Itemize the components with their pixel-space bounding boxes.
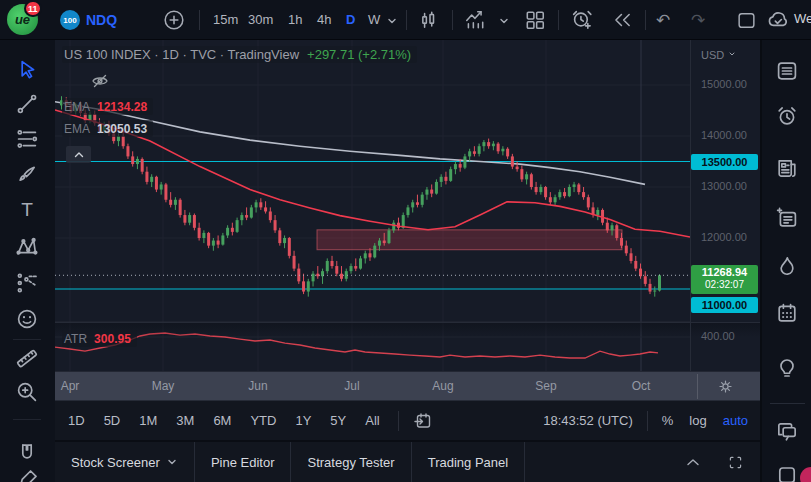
separator — [645, 10, 646, 30]
ema-fast-legend-row[interactable]: EMA12134.28 — [62, 99, 153, 114]
month-label: Jul — [337, 379, 367, 393]
emoji-tool-icon[interactable] — [15, 307, 39, 331]
notification-count-badge[interactable]: 11 — [24, 0, 42, 17]
cloud-saved-icon[interactable] — [766, 8, 790, 32]
magnet-tool-icon[interactable] — [15, 441, 39, 465]
layout-grid-icon[interactable] — [524, 9, 546, 31]
indicators-dropdown-chevron-icon[interactable] — [498, 15, 510, 27]
redo-icon[interactable]: ↷ — [691, 0, 705, 40]
ideas-lightbulb-icon[interactable] — [775, 355, 799, 379]
tab-trading-panel[interactable]: Trading Panel — [412, 442, 524, 482]
ema-slow-legend-row[interactable]: EMA13050.53 — [62, 121, 153, 136]
bar-replay-icon[interactable] — [611, 9, 633, 31]
range-3m[interactable]: 3M — [176, 413, 194, 428]
tab-label: Stock Screener — [71, 455, 160, 470]
cursor-tool-icon[interactable] — [15, 58, 39, 82]
forecast-tool-icon[interactable] — [15, 271, 39, 295]
snapshot-icon[interactable] — [736, 10, 757, 31]
pane-collapse-button[interactable] — [66, 146, 91, 163]
news-icon[interactable] — [775, 156, 799, 180]
month-label: Apr — [55, 379, 85, 393]
separator — [452, 10, 453, 30]
svg-text:T: T — [21, 199, 33, 220]
fib-retracement-tool-icon[interactable] — [15, 127, 39, 151]
tab-label: Pine Editor — [211, 455, 275, 470]
separator — [697, 374, 698, 399]
month-label: Jun — [243, 379, 273, 393]
timeframe-4h[interactable]: 4h — [317, 0, 331, 40]
symbol-description[interactable]: US 100 INDEX · 1D · TVC · TradingView — [64, 47, 299, 62]
chat-icon[interactable] — [775, 419, 799, 443]
go-to-date-icon[interactable] — [413, 411, 433, 431]
drawing-mode-pencil-icon[interactable] — [15, 468, 39, 482]
range-5d[interactable]: 5D — [104, 413, 121, 428]
fullscreen-icon[interactable] — [727, 454, 744, 471]
range-all[interactable]: All — [365, 413, 379, 428]
trend-line-tool-icon[interactable] — [15, 92, 39, 116]
percent-scale-button[interactable]: % — [662, 413, 674, 428]
xabcd-pattern-tool-icon[interactable] — [15, 234, 39, 258]
chart-style-candles-icon[interactable] — [418, 9, 440, 31]
time-axis-settings-gear-icon[interactable] — [717, 378, 734, 395]
auto-scale-button[interactable]: auto — [723, 413, 748, 428]
level-price-badge-upper: 13500.00 — [691, 154, 758, 170]
watchlist-icon[interactable] — [775, 59, 799, 83]
timeframe-1d[interactable]: D — [346, 0, 355, 40]
right-sidebar — [760, 40, 811, 482]
timeframe-1w[interactable]: W — [368, 0, 380, 40]
brush-tool-icon[interactable] — [15, 162, 39, 186]
text-notes-icon[interactable] — [775, 206, 799, 230]
separator — [770, 403, 805, 404]
calendar-icon[interactable] — [775, 301, 799, 325]
eye-hidden-icon[interactable] — [90, 71, 110, 91]
currency-chevron-icon — [727, 50, 737, 58]
price-axis-label: 15000.00 — [701, 78, 747, 90]
current-price-value: 11268.94 — [691, 266, 758, 278]
tab-pine-editor[interactable]: Pine Editor — [195, 442, 291, 482]
indicators-icon[interactable] — [464, 9, 486, 31]
symbol-search-button[interactable]: NDQ — [86, 12, 117, 28]
symbol-logo[interactable]: 100 — [60, 10, 80, 30]
bar-countdown: 02:32:07 — [691, 278, 758, 291]
range-6m[interactable]: 6M — [213, 413, 231, 428]
timeframe-30m[interactable]: 30m — [248, 0, 273, 40]
pane-separator[interactable] — [55, 322, 760, 323]
range-ytd[interactable]: YTD — [250, 413, 276, 428]
measure-tool-icon[interactable] — [15, 346, 39, 370]
log-scale-button[interactable]: log — [689, 413, 706, 428]
create-alert-icon[interactable] — [570, 8, 593, 31]
chevron-up-icon — [73, 150, 85, 160]
timeframe-dropdown-chevron-icon[interactable] — [386, 15, 398, 27]
layout-name-label[interactable]: We — [794, 11, 811, 26]
timeframe-1h[interactable]: 1h — [288, 0, 302, 40]
panel-collapse-chevron-icon[interactable] — [685, 455, 701, 469]
zoom-in-tool-icon[interactable] — [15, 380, 39, 404]
time-axis[interactable]: Apr May Jun Jul Aug Sep Oct — [55, 371, 760, 400]
timeframe-15m[interactable]: 15m — [213, 0, 238, 40]
price-axis-currency[interactable]: USD — [701, 49, 737, 61]
price-axis-label: 13000.00 — [701, 180, 747, 192]
month-label: Sep — [531, 379, 561, 393]
separator — [13, 419, 41, 420]
chart-legend-title-row[interactable]: US 100 INDEX · 1D · TVC · TradingView+29… — [62, 47, 417, 62]
hotlists-flame-icon[interactable] — [775, 254, 799, 278]
alerts-icon[interactable] — [775, 104, 799, 128]
tab-strategy-tester[interactable]: Strategy Tester — [291, 442, 410, 482]
atr-legend-row[interactable]: ATR300.95 — [62, 331, 137, 346]
screener-chevron-icon — [166, 456, 178, 468]
range-1m[interactable]: 1M — [139, 413, 157, 428]
undo-icon[interactable]: ↶ — [656, 0, 670, 40]
tab-label: Trading Panel — [428, 455, 508, 470]
tab-stock-screener[interactable]: Stock Screener — [55, 442, 194, 482]
text-tool-icon[interactable]: T — [15, 198, 39, 222]
range-1d[interactable]: 1D — [68, 413, 85, 428]
ema-slow-value: 13050.53 — [97, 122, 147, 136]
clock-utc[interactable]: 18:43:52 (UTC) — [543, 413, 633, 428]
atr-pane-shade — [55, 323, 760, 337]
compare-add-icon[interactable] — [163, 9, 185, 31]
public-chat-icon[interactable] — [775, 462, 799, 482]
range-1y[interactable]: 1Y — [295, 413, 311, 428]
range-5y[interactable]: 5Y — [330, 413, 346, 428]
month-label: Oct — [626, 379, 656, 393]
change-value: +297.71 (+2.71%) — [307, 47, 411, 62]
